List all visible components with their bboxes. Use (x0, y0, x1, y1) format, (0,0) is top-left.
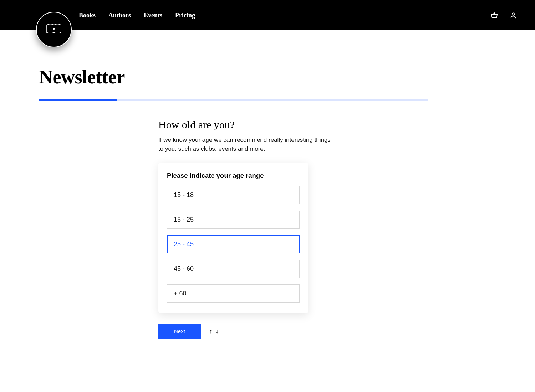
svg-point-2 (512, 13, 515, 15)
nav-pricing[interactable]: Pricing (175, 12, 195, 19)
header-bar: B Books Authors Events Pricing (0, 0, 535, 30)
progress-bar (39, 99, 428, 101)
basket-icon (490, 11, 498, 19)
header-actions (487, 8, 520, 22)
card-heading: Please indicate your age range (167, 172, 300, 180)
arrow-up-icon[interactable]: ↑ (209, 328, 212, 335)
header-divider (504, 10, 504, 20)
nav-authors[interactable]: Authors (108, 12, 131, 19)
page-title: Newsletter (39, 66, 492, 88)
page-content: Newsletter How old are you? If we know y… (0, 30, 535, 339)
question-title: How old are you? (158, 119, 358, 131)
form-actions: Next ↑ ↓ (158, 324, 358, 339)
nav-arrows: ↑ ↓ (209, 328, 219, 335)
nav-events[interactable]: Events (144, 12, 162, 19)
svg-text:B: B (53, 27, 55, 31)
question-section: How old are you? If we know your age we … (158, 119, 358, 339)
nav-books[interactable]: Books (79, 12, 96, 19)
age-option-0[interactable]: 15 - 18 (167, 186, 300, 204)
brand-logo[interactable]: B (36, 12, 72, 47)
basket-button[interactable] (487, 8, 501, 22)
next-button[interactable]: Next (158, 324, 201, 339)
main-nav: Books Authors Events Pricing (79, 12, 195, 19)
question-description: If we know your age we can recommend rea… (158, 136, 337, 153)
age-option-1[interactable]: 15 - 25 (167, 211, 300, 229)
account-button[interactable] (506, 8, 520, 22)
age-range-card: Please indicate your age range 15 - 1815… (158, 163, 308, 313)
age-option-3[interactable]: 45 - 60 (167, 260, 300, 278)
book-icon: B (46, 24, 62, 36)
age-option-2[interactable]: 25 - 45 (167, 235, 300, 253)
arrow-down-icon[interactable]: ↓ (216, 328, 219, 335)
age-option-4[interactable]: + 60 (167, 284, 300, 303)
user-icon (510, 12, 517, 19)
progress-fill (39, 99, 117, 101)
